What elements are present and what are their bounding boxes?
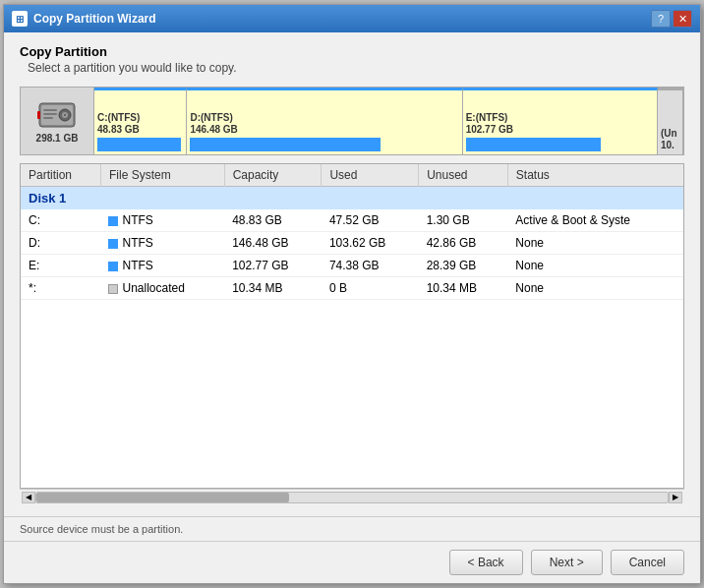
ntfs-icon	[108, 239, 118, 249]
scrollbar-thumb[interactable]	[36, 493, 289, 502]
cell-used: 74.38 GB	[322, 255, 419, 277]
col-status: Status	[507, 164, 683, 187]
cell-capacity: 146.48 GB	[224, 232, 322, 255]
cell-unused: 28.39 GB	[419, 255, 508, 277]
section-title: Copy Partition	[20, 44, 684, 59]
col-partition: Partition	[21, 164, 100, 187]
next-button[interactable]: Next >	[531, 550, 603, 575]
table-row[interactable]: C:NTFS48.83 GB47.52 GB1.30 GBActive & Bo…	[21, 209, 683, 232]
partitions-visual: C:(NTFS)48.83 GB D:(NTFS)146.48 GB E:(NT…	[94, 88, 683, 154]
partition-table: Partition File System Capacity Used Unus…	[21, 164, 683, 300]
cancel-button[interactable]: Cancel	[611, 550, 684, 575]
svg-rect-8	[37, 111, 40, 119]
table-row[interactable]: E:NTFS102.77 GB74.38 GB28.39 GBNone	[21, 255, 683, 277]
col-unused: Unused	[419, 164, 508, 187]
col-capacity: Capacity	[224, 164, 322, 187]
table-row[interactable]: D:NTFS146.48 GB103.62 GB42.86 GBNone	[21, 232, 683, 255]
ntfs-icon	[108, 216, 118, 226]
scroll-right-button[interactable]: ▶	[669, 492, 682, 503]
cell-status: None	[507, 255, 683, 277]
partition-table-container: Partition File System Capacity Used Unus…	[20, 163, 684, 489]
hdd-icon	[37, 99, 77, 131]
cell-capacity: 10.34 MB	[224, 277, 322, 300]
table-row[interactable]: *:Unallocated10.34 MB0 B10.34 MBNone	[21, 277, 683, 300]
svg-rect-5	[43, 109, 57, 111]
window-title: Copy Partition Wizard	[33, 12, 156, 26]
cell-unused: 10.34 MB	[419, 277, 508, 300]
cell-used: 47.52 GB	[322, 209, 419, 232]
cell-filesystem: NTFS	[100, 209, 224, 232]
c-usage-bar	[97, 138, 181, 151]
cell-unused: 1.30 GB	[419, 209, 508, 232]
horizontal-scrollbar[interactable]: ◀ ▶	[20, 489, 684, 504]
cell-unused: 42.86 GB	[419, 232, 508, 255]
cell-capacity: 102.77 GB	[224, 255, 322, 277]
section-subtitle: Select a partition you would like to cop…	[28, 61, 684, 75]
d-usage-bar	[190, 138, 381, 151]
cell-partition: C:	[21, 209, 100, 232]
e-partition-visual[interactable]: E:(NTFS)102.77 GB	[463, 88, 658, 154]
title-bar-left: ⊞ Copy Partition Wizard	[12, 11, 156, 27]
cell-partition: E:	[21, 255, 100, 277]
disk-visual: 298.1 GB C:(NTFS)48.83 GB D:(NTFS)146.48…	[20, 87, 684, 155]
app-icon: ⊞	[12, 11, 28, 27]
footer: < Back Next > Cancel	[4, 541, 700, 583]
cell-partition: *:	[21, 277, 100, 300]
d-label: D:(NTFS)146.48 GB	[190, 112, 458, 136]
scrollbar-track[interactable]	[35, 492, 669, 503]
d-partition-visual[interactable]: D:(NTFS)146.48 GB	[187, 88, 462, 154]
unalloc-icon	[108, 284, 118, 294]
disk-icon-area: 298.1 GB	[21, 88, 94, 154]
c-label: C:(NTFS)48.83 GB	[97, 112, 183, 136]
svg-rect-6	[43, 113, 57, 115]
content-area: Copy Partition Select a partition you wo…	[4, 32, 700, 516]
cell-filesystem: NTFS	[100, 232, 224, 255]
status-message: Source device must be a partition.	[20, 523, 183, 535]
cell-status: None	[507, 277, 683, 300]
cell-status: Active & Boot & Syste	[507, 209, 683, 232]
cell-partition: D:	[21, 232, 100, 255]
close-button[interactable]: ✕	[673, 10, 692, 28]
disk-size: 298.1 GB	[36, 133, 79, 144]
status-bar: Source device must be a partition.	[4, 516, 700, 541]
unalloc-label: (Un10.	[661, 128, 679, 151]
svg-rect-7	[43, 117, 53, 119]
window-controls: ? ✕	[651, 10, 692, 28]
back-button[interactable]: < Back	[449, 550, 523, 575]
cell-filesystem: NTFS	[100, 255, 224, 277]
scroll-left-button[interactable]: ◀	[22, 492, 35, 503]
col-used: Used	[322, 164, 419, 187]
cell-used: 0 B	[322, 277, 419, 300]
cell-capacity: 48.83 GB	[224, 209, 322, 232]
col-filesystem: File System	[100, 164, 224, 187]
svg-point-4	[64, 114, 66, 116]
title-bar: ⊞ Copy Partition Wizard ? ✕	[4, 5, 700, 32]
ntfs-icon	[108, 262, 118, 271]
cell-used: 103.62 GB	[322, 232, 419, 255]
c-partition-visual[interactable]: C:(NTFS)48.83 GB	[94, 88, 187, 154]
main-window: ⊞ Copy Partition Wizard ? ✕ Copy Partiti…	[3, 4, 701, 584]
cell-status: None	[507, 232, 683, 255]
e-usage-bar	[466, 138, 602, 151]
e-label: E:(NTFS)102.77 GB	[466, 112, 654, 136]
unalloc-partition-visual: (Un10.	[658, 88, 683, 154]
disk-group-row: Disk 1	[21, 187, 683, 210]
cell-filesystem: Unallocated	[100, 277, 224, 300]
table-header-row: Partition File System Capacity Used Unus…	[21, 164, 683, 187]
help-button[interactable]: ?	[651, 10, 671, 28]
